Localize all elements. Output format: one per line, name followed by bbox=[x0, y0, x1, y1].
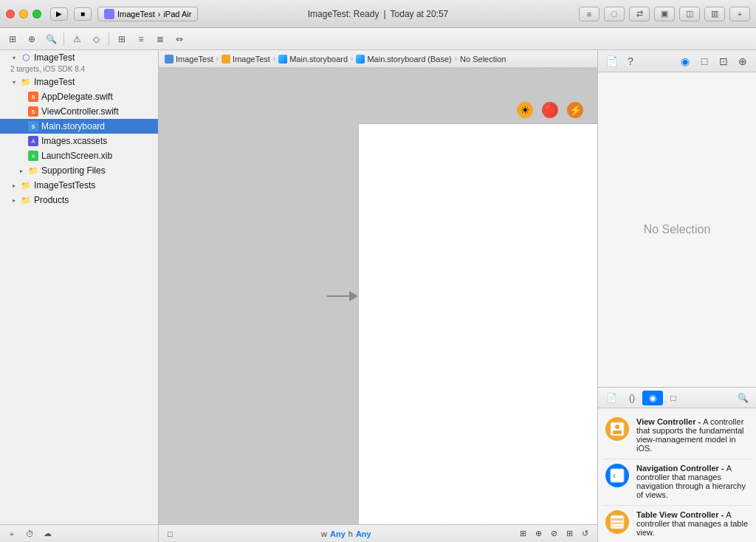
title-center: ImageTest: Ready | Today at 20:57 bbox=[308, 9, 449, 19]
sidebar-item-launchscreen[interactable]: X LaunchScreen.xib bbox=[0, 148, 158, 163]
scope-toggle-button[interactable]: ⊞ bbox=[4, 32, 21, 47]
inspector-top-toolbar: 📄 ? ◉ □ ⊡ ⊕ bbox=[598, 50, 756, 72]
toolbar-separator-2 bbox=[109, 32, 109, 46]
list-button[interactable]: ≡ bbox=[133, 32, 149, 47]
library-toolbar: 📄 () ◉ □ 🔍 bbox=[598, 388, 756, 408]
library-item-tablecontroller[interactable]: Table View Controller - A controller tha… bbox=[602, 506, 752, 542]
launchscreen-label: LaunchScreen.xib bbox=[41, 151, 112, 161]
scene-container[interactable]: ☀ 🔴 ⚡ bbox=[358, 123, 597, 524]
breadcrumb-label-3: Main.storyboard bbox=[289, 55, 348, 64]
scene-icon-yellow[interactable]: ☀ bbox=[517, 102, 533, 118]
stop-button[interactable]: ■ bbox=[74, 7, 92, 21]
identity-inspector-tab[interactable]: ◉ bbox=[678, 54, 693, 69]
library-tab-object[interactable]: ◉ bbox=[642, 391, 663, 405]
viewcontroller-desc: A controller that supports the fundament… bbox=[636, 417, 744, 453]
h-any-label[interactable]: Any bbox=[356, 529, 371, 538]
maximize-button[interactable] bbox=[32, 10, 41, 18]
relate-button[interactable]: ⇔ bbox=[171, 32, 188, 47]
breadcrumb-sep-4: › bbox=[455, 55, 457, 63]
file-inspector-tab[interactable]: 📄 bbox=[604, 54, 619, 69]
breadcrumb-icon bbox=[165, 55, 173, 64]
library-tab-func[interactable]: () bbox=[622, 391, 642, 405]
group-label: ImageTest bbox=[34, 77, 75, 87]
breadcrumb-label-2: ImageTest bbox=[233, 55, 270, 64]
products-label: Products bbox=[34, 195, 69, 205]
breadcrumb-imagetest-1[interactable]: ImageTest bbox=[165, 55, 213, 64]
library-tab-file[interactable]: 📄 bbox=[601, 391, 622, 405]
sidebar-item-imagetest-group[interactable]: 📁 ImageTest bbox=[0, 75, 158, 89]
breadcrumb-base[interactable]: Main.storyboard (Base) bbox=[356, 55, 451, 64]
sidebar-item-supporting-files[interactable]: 📁 Supporting Files bbox=[0, 163, 158, 178]
sidebar-item-images-xcassets[interactable]: A Images.xcassets bbox=[0, 134, 158, 148]
size-inspector-tab[interactable]: ⊡ bbox=[716, 54, 731, 69]
arrow-line bbox=[327, 295, 349, 297]
close-button[interactable] bbox=[6, 10, 15, 18]
scene-list-button[interactable]: □ bbox=[165, 529, 176, 538]
scene-icon-orange[interactable]: ⚡ bbox=[567, 102, 583, 118]
library-item-navcontroller[interactable]: ‹ Navigation Controller - A controller t… bbox=[602, 459, 752, 506]
connections-inspector-tab[interactable]: ⊕ bbox=[735, 54, 750, 69]
hierarchy-button[interactable]: ≣ bbox=[152, 32, 168, 47]
add-button[interactable]: ⊕ bbox=[24, 32, 40, 47]
w-label: w bbox=[321, 529, 327, 538]
editor-button-assistant[interactable]: ◫ bbox=[679, 7, 700, 21]
timestamp: Today at 20:57 bbox=[391, 9, 449, 19]
svg-text:‹: ‹ bbox=[613, 470, 616, 481]
w-any-label[interactable]: Any bbox=[330, 529, 346, 538]
search-button[interactable]: 🔍 bbox=[43, 32, 59, 47]
attributes-inspector-tab[interactable]: □ bbox=[697, 54, 712, 69]
zoom-button-3[interactable]: ⊘ bbox=[548, 529, 560, 538]
breadcrumb-sep-1: › bbox=[216, 55, 219, 63]
breadcrumb-imagetest-2[interactable]: ImageTest bbox=[221, 55, 270, 64]
run-button[interactable]: ▶ bbox=[50, 7, 68, 21]
sidebar-item-main-storyboard[interactable]: S Main.storyboard bbox=[0, 119, 158, 134]
svg-point-1 bbox=[615, 425, 619, 429]
scheme-selector[interactable]: ImageTest › iPad Air bbox=[97, 7, 198, 21]
xcassets-label: Images.xcassets bbox=[41, 136, 107, 146]
help-inspector-tab[interactable]: ? bbox=[623, 54, 638, 69]
swift-icon: S bbox=[28, 106, 38, 117]
sidebar-item-imagetest-project[interactable]: ⬡ ImageTest bbox=[0, 50, 158, 65]
warning-filter-button[interactable]: ☁ bbox=[40, 527, 55, 541]
filter-button[interactable]: ⏱ bbox=[22, 527, 37, 541]
breakpoint-button[interactable]: ◇ bbox=[88, 32, 104, 47]
activity-button[interactable]: ◌ bbox=[604, 7, 625, 21]
triangle-icon bbox=[10, 78, 18, 86]
warning-button[interactable]: ⚠ bbox=[69, 32, 85, 47]
leaf-spacer bbox=[18, 123, 25, 130]
canvas-area[interactable]: ☀ 🔴 ⚡ bbox=[159, 68, 597, 524]
window-buttons bbox=[6, 10, 41, 18]
xcassets-icon: A bbox=[28, 136, 38, 146]
library-item-viewcontroller[interactable]: View Controller - A controller that supp… bbox=[602, 413, 752, 459]
sidebar-item-products[interactable]: 📁 Products bbox=[0, 193, 158, 207]
xib-icon: X bbox=[28, 151, 38, 161]
inspector-toggle-button[interactable]: + bbox=[729, 7, 750, 21]
back-forward-button[interactable]: ⇄ bbox=[629, 7, 650, 21]
sidebar-item-imagetesttests[interactable]: 📁 ImageTestTests bbox=[0, 178, 158, 193]
editor-button-version[interactable]: ▥ bbox=[704, 7, 725, 21]
triangle-icon bbox=[10, 196, 18, 204]
triangle-icon bbox=[10, 54, 18, 61]
library-search-button[interactable]: 🔍 bbox=[732, 391, 753, 405]
refresh-button[interactable]: ↺ bbox=[579, 529, 591, 538]
breadcrumb-main-storyboard[interactable]: Main.storyboard bbox=[278, 55, 348, 64]
editor-button-standard[interactable]: ▣ bbox=[654, 7, 675, 21]
project-icon: ⬡ bbox=[21, 52, 31, 63]
sidebar-item-appdelegate[interactable]: S AppDelegate.swift bbox=[0, 89, 158, 104]
sidebar-item-viewcontroller[interactable]: S ViewController.swift bbox=[0, 104, 158, 119]
minimize-button[interactable] bbox=[19, 10, 28, 18]
sidebar-toggle-button[interactable]: ≡ bbox=[579, 7, 599, 21]
grid-button[interactable]: ⊞ bbox=[114, 32, 130, 47]
breadcrumb-icon-2 bbox=[221, 55, 230, 64]
folder-icon: 📁 bbox=[28, 165, 38, 176]
tablecontroller-title: Table View Controller - A controller tha… bbox=[636, 510, 749, 537]
zoom-button-1[interactable]: ⊞ bbox=[517, 529, 529, 538]
zoom-button-2[interactable]: ⊕ bbox=[532, 529, 545, 538]
view-controller-content[interactable] bbox=[359, 124, 597, 524]
appdelegate-label: AppDelegate.swift bbox=[41, 92, 113, 102]
plus-button[interactable]: + bbox=[4, 527, 19, 541]
library-tab-media[interactable]: □ bbox=[663, 391, 684, 405]
arrow-head bbox=[349, 291, 358, 301]
scene-icon-red[interactable]: 🔴 bbox=[542, 102, 558, 118]
grid-canvas-button[interactable]: ⊞ bbox=[563, 529, 576, 538]
